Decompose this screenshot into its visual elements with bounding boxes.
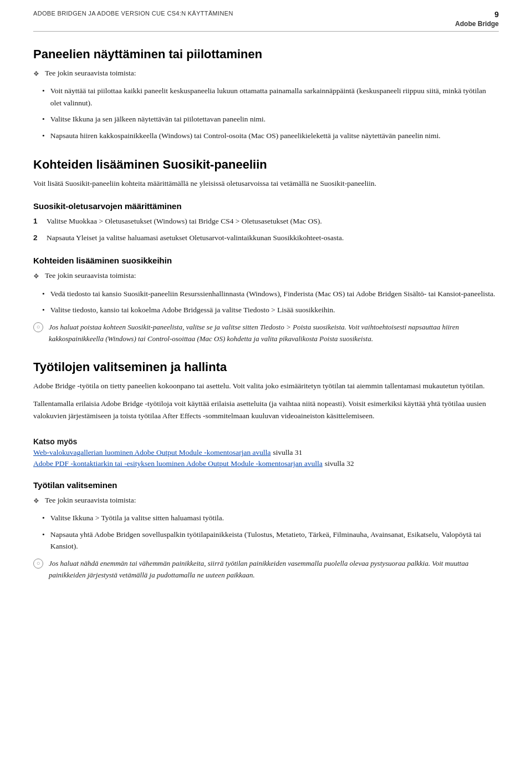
sub-heading-tyotilan-valitseminen: Työtilan valitseminen (33, 480, 499, 490)
section-tyotilojen-valitseminen: Työtilojen valitseminen ja hallinta Adob… (33, 360, 499, 422)
dot-list-suosikkeihin: Vedä tiedosto tai kansio Suosikit-paneel… (33, 288, 499, 316)
header-right: 9 Adobe Bridge (455, 10, 499, 28)
section-kohteiden-lisaaminen-suosikit: Kohteiden lisääminen Suosikit-paneeliin … (33, 158, 499, 190)
tyotilojen-body2: Tallentamalla erilaisia Adobe Bridge -ty… (33, 398, 499, 422)
katso-link-line-2: Adobe PDF -kontaktiarkin tai -esityksen … (33, 459, 499, 468)
page-header: ADOBE BRIDGEN JA ADOBE VERSION CUE CS4:N… (33, 0, 499, 32)
list-item: Napsauta hiiren kakkospainikkeella (Wind… (33, 130, 499, 142)
diamond-list-item-intro: ❖ Tee jokin seuraavista toimista: (33, 67, 499, 79)
dot-list-paneelien: Voit näyttää tai piilottaa kaikki paneel… (33, 85, 499, 141)
list-item: 1 Valitse Muokkaa > Oletusasetukset (Win… (33, 215, 499, 227)
diamond-list-paneelien: ❖ Tee jokin seuraavista toimista: (33, 67, 499, 79)
list-item: Napsauta yhtä Adobe Bridgen sovelluspalk… (33, 529, 499, 552)
diamond-icon: ❖ (33, 496, 39, 506)
list-item: 2 Napsauta Yleiset ja valitse haluamasi … (33, 232, 499, 244)
diamond-list-suosikkeihin: ❖ Tee jokin seuraavista toimista: (33, 270, 499, 282)
page-number: 9 (494, 10, 499, 19)
dot-list-tyotila: Valitse Ikkuna > Työtila ja valitse sitt… (33, 512, 499, 552)
list-item: Valitse Ikkuna > Työtila ja valitse sitt… (33, 512, 499, 524)
section-heading-tyotilojen: Työtilojen valitseminen ja hallinta (33, 360, 499, 374)
section-heading-paneelien: Paneelien näyttäminen tai piilottaminen (33, 47, 499, 62)
list-item: Voit näyttää tai piilottaa kaikki paneel… (33, 85, 499, 109)
header-app-name: Adobe Bridge (455, 20, 499, 28)
diamond-list-intro-text: Tee jokin seuraavista toimista: (45, 67, 136, 79)
diamond-icon: ❖ (33, 271, 39, 282)
katso-link-suffix-1: sivulla 31 (273, 448, 303, 457)
katso-link-2[interactable]: Adobe PDF -kontaktiarkin tai -esityksen … (33, 459, 323, 468)
list-item: Valitse tiedosto, kansio tai kokoelma Ad… (33, 304, 499, 316)
tip-block-tyotila: ○ Jos haluat nähdä enemmän tai vähemmän … (33, 558, 499, 581)
katso-myos-section: Katso myös Web-valokuvagallerian luomine… (33, 437, 499, 468)
katso-link-line-1: Web-valokuvagallerian luominen Adobe Out… (33, 448, 499, 457)
katso-link-1[interactable]: Web-valokuvagallerian luominen Adobe Out… (33, 448, 271, 457)
diamond-icon: ❖ (33, 69, 39, 79)
diamond-list-tyotila: ❖ Tee jokin seuraavista toimista: (33, 494, 499, 506)
lightbulb-icon: ○ (33, 322, 43, 332)
section-tyotilan-valitseminen: Työtilan valitseminen ❖ Tee jokin seuraa… (33, 480, 499, 581)
katso-myos-heading: Katso myös (33, 437, 499, 446)
section-paneelien-nayttaminen: Paneelien näyttäminen tai piilottaminen … (33, 47, 499, 142)
tyotilojen-body1: Adobe Bridge -työtila on tietty paneelie… (33, 380, 499, 392)
section-suosikit-oletusarvojen: Suosikit-oletusarvojen määrittäminen 1 V… (33, 201, 499, 244)
list-item: Valitse Ikkuna ja sen jälkeen näytettävä… (33, 113, 499, 125)
sub-heading-suosikkeihin: Kohteiden lisääminen suosikkeihin (33, 256, 499, 265)
suosikit-body: Voit lisätä Suosikit-paneeliin kohteita … (33, 178, 499, 190)
lightbulb-icon: ○ (33, 559, 43, 569)
numbered-list-suosikit: 1 Valitse Muokkaa > Oletusasetukset (Win… (33, 215, 499, 244)
header-title: ADOBE BRIDGEN JA ADOBE VERSION CUE CS4:N… (33, 10, 233, 17)
diamond-list-item: ❖ Tee jokin seuraavista toimista: (33, 494, 499, 506)
section-heading-suosikit: Kohteiden lisääminen Suosikit-paneeliin (33, 158, 499, 172)
tip-block-suosikkeihin: ○ Jos haluat poistaa kohteen Suosikit-pa… (33, 322, 499, 345)
diamond-list-item: ❖ Tee jokin seuraavista toimista: (33, 270, 499, 282)
sub-heading-suosikit-oletusarvojen: Suosikit-oletusarvojen määrittäminen (33, 201, 499, 211)
katso-link-suffix-2: sivulla 32 (325, 459, 354, 468)
list-item: Vedä tiedosto tai kansio Suosikit-paneel… (33, 288, 499, 300)
section-kohteiden-lisaaminen-suosikkeihin: Kohteiden lisääminen suosikkeihin ❖ Tee … (33, 256, 499, 344)
